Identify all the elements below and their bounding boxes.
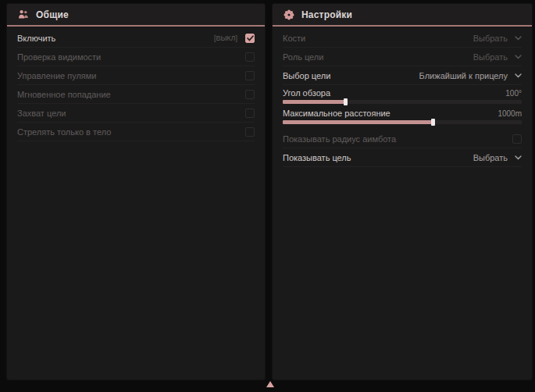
row-target-lock: Захват цели: [17, 104, 255, 123]
row-visibility-check: Проверка видимости: [17, 48, 255, 66]
fov-label: Угол обзора: [283, 88, 330, 98]
instant-hit-label: Мгновенное попадание: [17, 90, 245, 99]
show-aimbot-radius-checkbox[interactable]: [512, 134, 522, 144]
panel-general: Общие Включить [ВЫКЛ] Проверка видимости…: [6, 3, 266, 380]
target-selection-select[interactable]: Ближайший к прицелу: [419, 71, 522, 80]
target-selection-label: Выбор цели: [283, 71, 419, 80]
target-role-select[interactable]: Выбрать: [473, 52, 522, 62]
target-lock-checkbox[interactable]: [245, 109, 255, 118]
row-body-only: Стрелять только в тело: [17, 123, 255, 141]
max-distance-value: 1000m: [498, 109, 522, 118]
max-distance-slider-fill: [283, 120, 433, 124]
show-target-select[interactable]: Выбрать: [473, 153, 522, 162]
row-target-selection: Выбор цели Ближайший к прицелу: [283, 66, 522, 85]
visibility-check-label: Проверка видимости: [17, 52, 245, 62]
panel-general-header: Общие: [7, 4, 265, 27]
panel-settings-title: Настройки: [301, 9, 352, 20]
body-only-label: Стрелять только в тело: [17, 127, 245, 137]
enable-checkbox[interactable]: [245, 34, 255, 43]
gear-icon: [284, 9, 294, 20]
row-bullet-control: Управление пулями: [17, 66, 255, 85]
bones-label: Кости: [283, 34, 473, 43]
panel-general-body: Включить [ВЫКЛ] Проверка видимости Управ…: [7, 27, 265, 141]
row-instant-hit: Мгновенное попадание: [17, 85, 255, 104]
chevron-down-icon: [515, 155, 522, 160]
users-icon: [18, 9, 29, 20]
max-distance-label: Максимальное расстояние: [283, 109, 391, 118]
row-bones: Кости Выбрать: [283, 29, 522, 48]
chevron-down-icon: [515, 55, 522, 59]
show-target-label: Показывать цель: [283, 153, 473, 162]
target-selection-select-value: Ближайший к прицелу: [419, 71, 508, 80]
max-distance-slider[interactable]: [283, 120, 522, 124]
bones-select[interactable]: Выбрать: [473, 34, 522, 43]
enable-label: Включить: [17, 34, 214, 43]
fov-slider-fill: [283, 100, 346, 104]
show-target-select-value: Выбрать: [473, 153, 508, 162]
show-aimbot-radius-label: Показывать радиус аимбота: [283, 134, 512, 144]
row-show-aimbot-radius: Показывать радиус аимбота: [283, 130, 522, 148]
row-fov: Угол обзора 100°: [283, 85, 522, 105]
chevron-down-icon: [515, 73, 522, 78]
visibility-check-checkbox[interactable]: [245, 52, 255, 62]
row-max-distance: Максимальное расстояние 1000m: [283, 105, 522, 126]
panel-settings-body: Кости Выбрать Роль цели Выбрать Выбор це…: [273, 27, 532, 167]
fov-slider-thumb[interactable]: [344, 98, 348, 105]
row-show-target: Показывать цель Выбрать: [283, 148, 522, 167]
target-role-label: Роль цели: [283, 52, 473, 62]
instant-hit-checkbox[interactable]: [245, 90, 255, 99]
target-role-select-value: Выбрать: [473, 52, 508, 62]
row-enable: Включить [ВЫКЛ]: [17, 29, 255, 48]
app-window: Общие Включить [ВЫКЛ] Проверка видимости…: [0, 0, 535, 392]
target-lock-label: Захват цели: [17, 109, 245, 118]
bones-select-value: Выбрать: [473, 34, 508, 43]
bullet-control-label: Управление пулями: [17, 71, 245, 80]
panel-settings-header: Настройки: [273, 4, 532, 27]
enable-hotkey-badge: [ВЫКЛ]: [214, 34, 237, 42]
row-target-role: Роль цели Выбрать: [283, 48, 522, 66]
panel-settings: Настройки Кости Выбрать Роль цели Выбрат…: [272, 3, 533, 380]
fov-value: 100°: [505, 89, 522, 98]
panel-general-title: Общие: [36, 9, 69, 20]
chevron-down-icon: [515, 36, 522, 41]
body-only-checkbox[interactable]: [245, 127, 255, 137]
cursor-triangle-icon: [266, 381, 274, 387]
max-distance-slider-thumb[interactable]: [431, 119, 435, 126]
fov-slider[interactable]: [283, 100, 522, 104]
bullet-control-checkbox[interactable]: [245, 71, 255, 80]
